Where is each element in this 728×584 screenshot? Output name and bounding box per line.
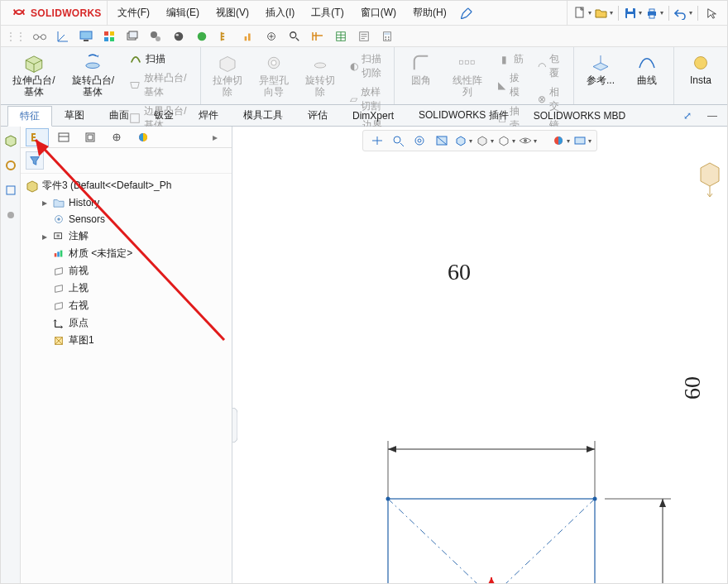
- tree-icon[interactable]: [216, 27, 234, 45]
- expand-tabs-icon[interactable]: ⤢: [678, 106, 697, 126]
- menu-file[interactable]: 文件(F): [111, 2, 156, 23]
- circle-plus-icon[interactable]: [262, 27, 280, 45]
- axis-icon[interactable]: [54, 27, 72, 45]
- tab-evaluate[interactable]: 评估: [295, 105, 340, 126]
- tab-surfaces[interactable]: 曲面: [97, 105, 141, 126]
- view-cube-icon[interactable]: [697, 160, 722, 198]
- hole-wizard-button[interactable]: 异型孔向导: [254, 50, 294, 100]
- print-preview-icon[interactable]: [355, 27, 373, 45]
- appearance-icon[interactable]: ▾: [552, 132, 570, 149]
- tree-material[interactable]: 材质 <未指定>: [26, 245, 227, 262]
- side-config-icon[interactable]: [2, 181, 20, 199]
- rib-button[interactable]: ▮筋: [494, 50, 527, 68]
- tab-sheetmetal[interactable]: 钣金: [141, 105, 186, 126]
- sphere-icon[interactable]: [170, 27, 188, 45]
- sweep-label: 扫描: [146, 52, 165, 66]
- svg-point-45: [7, 212, 14, 218]
- zoom-fit-icon[interactable]: [368, 132, 386, 149]
- menu-window[interactable]: 窗口(W): [354, 2, 403, 23]
- tree-annotations[interactable]: ▸ 注解: [26, 227, 227, 245]
- green-circle-icon[interactable]: [193, 27, 211, 45]
- menu-insert[interactable]: 插入(I): [259, 2, 301, 23]
- dimension-right-value[interactable]: 60: [679, 376, 706, 400]
- scene-icon[interactable]: ▾: [573, 132, 592, 149]
- curves-button[interactable]: 曲线: [627, 50, 667, 89]
- fm-tab-more-icon[interactable]: ▸: [204, 128, 227, 146]
- graphics-viewport[interactable]: ▾ ▾ ▾ ▾ ▾ ▾: [232, 127, 727, 583]
- calculator-icon[interactable]: [378, 27, 396, 45]
- tab-dimxpert[interactable]: DimXpert: [340, 105, 406, 126]
- prev-view-icon[interactable]: [411, 132, 429, 149]
- fillet-button[interactable]: 圆角: [401, 50, 441, 89]
- ribbon-group-cut: 拉伸切除 异型孔向导 旋转切除 ◐扫描切除 ▱放样切割 ▭边界切除: [201, 47, 395, 104]
- side-gear-icon[interactable]: [2, 206, 20, 224]
- new-file-button[interactable]: ▾: [572, 3, 592, 23]
- revolve-cut-button[interactable]: 旋转切除: [300, 50, 340, 100]
- svg-point-20: [176, 33, 180, 36]
- window-stack-icon[interactable]: [123, 27, 141, 45]
- tree-sensors[interactable]: Sensors: [26, 211, 227, 227]
- bars-icon[interactable]: [239, 27, 257, 45]
- tree-right-plane[interactable]: 右视: [26, 297, 227, 314]
- part-icon: [26, 180, 39, 193]
- menu-tools[interactable]: 工具(T): [304, 2, 350, 23]
- fm-tab-config[interactable]: [79, 128, 102, 146]
- panel-splitter-handle[interactable]: [232, 408, 237, 443]
- tree-root[interactable]: 零件3 (Default<<Default>_Ph: [26, 177, 227, 194]
- tab-sketch[interactable]: 草图: [52, 105, 97, 126]
- filter-icon[interactable]: [26, 151, 44, 170]
- fm-tab-display[interactable]: [132, 128, 155, 146]
- pin-icon[interactable]: [457, 3, 477, 23]
- view-orient-icon[interactable]: ▾: [454, 132, 472, 149]
- sweep-button[interactable]: 扫描: [126, 50, 194, 68]
- side-motion-icon[interactable]: [2, 156, 20, 175]
- zoom-area-icon[interactable]: [390, 132, 408, 149]
- tab-moldtools[interactable]: 模具工具: [231, 105, 295, 126]
- linear-pattern-button[interactable]: 线性阵列: [448, 50, 487, 100]
- fm-tab-dimxpert[interactable]: [105, 128, 128, 146]
- extrude-cut-button[interactable]: 拉伸切除: [208, 50, 247, 100]
- tree-front-plane[interactable]: 前视: [26, 262, 227, 280]
- wrap-button[interactable]: ◠包覆: [534, 50, 567, 82]
- hide-show-icon[interactable]: ▾: [497, 132, 515, 149]
- revolve-boss-button[interactable]: 旋转凸台/基体: [67, 50, 120, 100]
- monitor-icon[interactable]: [77, 27, 95, 45]
- tree-top-plane[interactable]: 上视: [26, 280, 227, 297]
- menu-edit[interactable]: 编辑(E): [160, 2, 206, 23]
- palette-icon[interactable]: [100, 27, 118, 45]
- fm-tab-property[interactable]: [52, 128, 75, 146]
- ref-geometry-button[interactable]: 参考...: [581, 50, 620, 89]
- magnifier-icon[interactable]: [285, 27, 304, 45]
- sweep-cut-button[interactable]: ◐扫描切除: [347, 50, 387, 82]
- svg-rect-54: [55, 253, 57, 256]
- tab-features[interactable]: 特征: [7, 106, 52, 127]
- tree-origin[interactable]: 原点: [26, 314, 227, 332]
- tab-weldments[interactable]: 焊件: [186, 105, 231, 126]
- tab-mbd[interactable]: SOLIDWORKS MBD: [521, 105, 638, 126]
- cursor-select-icon[interactable]: [702, 3, 722, 23]
- instant3d-button[interactable]: Insta: [681, 50, 721, 89]
- minimize-ribbon-icon[interactable]: —: [702, 106, 722, 126]
- tree-sketch1[interactable]: 草图1: [26, 332, 227, 349]
- spreadsheet-icon[interactable]: [332, 27, 350, 45]
- print-button[interactable]: ▾: [644, 3, 664, 23]
- eye-icon[interactable]: ▾: [519, 132, 537, 149]
- undo-button[interactable]: ▾: [673, 3, 693, 23]
- save-button[interactable]: ▾: [623, 3, 643, 23]
- glasses-icon[interactable]: [31, 27, 49, 45]
- side-part-icon[interactable]: [2, 132, 20, 150]
- display-style-icon[interactable]: ▾: [476, 132, 494, 149]
- fm-tab-tree[interactable]: [26, 128, 49, 146]
- menu-view[interactable]: 视图(V): [209, 2, 256, 23]
- open-file-button[interactable]: ▾: [594, 3, 614, 23]
- dimension-top-value[interactable]: 60: [448, 259, 471, 285]
- caliper-icon[interactable]: [309, 27, 327, 45]
- section-view-icon[interactable]: [433, 132, 451, 149]
- extrude-boss-button[interactable]: 拉伸凸台/基体: [7, 50, 60, 100]
- menu-help[interactable]: 帮助(H): [406, 2, 453, 23]
- gears-icon[interactable]: [146, 27, 165, 45]
- tab-sw-addins[interactable]: SOLIDWORKS 插件: [406, 105, 521, 126]
- draft-button[interactable]: ◣拔模: [494, 69, 527, 101]
- loft-button[interactable]: 放样凸台/基体: [126, 69, 194, 101]
- tree-history[interactable]: ▸ History: [26, 194, 227, 211]
